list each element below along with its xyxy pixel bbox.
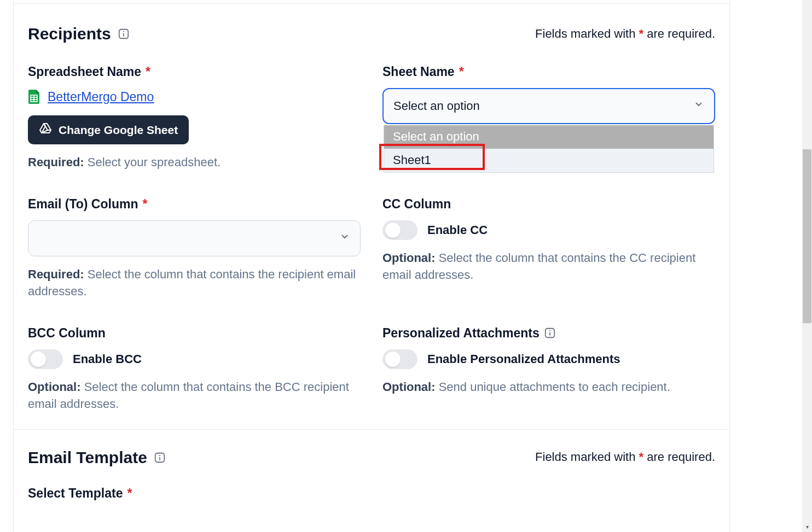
- change-google-sheet-button[interactable]: Change Google Sheet: [28, 115, 189, 144]
- asterisk-icon: *: [146, 63, 150, 80]
- bcc-column-label: BCC Column: [28, 324, 106, 342]
- email-template-section: Email Template Fields marked with * are …: [14, 430, 729, 502]
- chevron-down-icon: [339, 230, 350, 247]
- form-panel: Recipients Fields marked with * are requ…: [13, 0, 730, 532]
- info-icon[interactable]: [118, 28, 130, 40]
- chevron-down-icon: [693, 98, 704, 115]
- cc-column-field: CC Column Enable CC Optional: Select the…: [382, 195, 715, 300]
- asterisk-icon: *: [459, 63, 464, 80]
- email-to-column-select[interactable]: [28, 220, 361, 256]
- asterisk-icon: *: [142, 195, 147, 213]
- sheet-name-field: Sheet Name * Select an option Select an …: [382, 63, 715, 171]
- asterisk-icon: *: [127, 484, 132, 502]
- sheet-name-option-placeholder[interactable]: Select an option: [384, 125, 714, 149]
- sheet-name-label: Sheet Name: [382, 63, 455, 80]
- sheet-name-dropdown: Select an option Sheet1: [384, 125, 714, 173]
- enable-bcc-toggle[interactable]: [28, 349, 63, 369]
- spreadsheet-helper: Required: Select your spreadsheet.: [28, 154, 361, 171]
- scrollbar-thumb[interactable]: [803, 149, 811, 323]
- enable-personalized-attachments-toggle[interactable]: [382, 349, 417, 369]
- sheet-name-select[interactable]: Select an option Select an option Sheet1: [382, 88, 715, 124]
- sheet-name-option-sheet1[interactable]: Sheet1: [384, 149, 714, 172]
- google-sheets-icon: [28, 89, 41, 105]
- info-icon[interactable]: [154, 452, 166, 464]
- required-note: Fields marked with * are required.: [535, 449, 715, 466]
- change-sheet-label: Change Google Sheet: [59, 124, 178, 137]
- bcc-column-field: BCC Column Enable BCC Optional: Select t…: [28, 324, 361, 413]
- enable-cc-label: Enable CC: [427, 222, 488, 239]
- email-to-column-field: Email (To) Column * Required: Select the…: [28, 195, 361, 300]
- attachments-helper: Optional: Send unique attachments to eac…: [382, 379, 715, 396]
- select-template-field: Select Template *: [28, 484, 715, 502]
- asterisk-icon: *: [639, 450, 644, 464]
- cc-column-label: CC Column: [382, 195, 451, 213]
- asterisk-icon: *: [639, 27, 644, 40]
- svg-point-9: [549, 330, 550, 331]
- spreadsheet-name-field: Spreadsheet Name *: [28, 63, 361, 171]
- svg-point-2: [123, 31, 124, 32]
- enable-bcc-label: Enable BCC: [73, 351, 142, 368]
- scrollbar-track[interactable]: ▾: [802, 0, 812, 532]
- email-template-title-text: Email Template: [28, 446, 147, 469]
- email-to-column-label: Email (To) Column: [28, 195, 138, 213]
- google-drive-icon: [39, 122, 52, 138]
- spreadsheet-link[interactable]: BetterMergo Demo: [48, 88, 154, 106]
- svg-point-12: [159, 455, 160, 456]
- scroll-down-button[interactable]: ▾: [803, 523, 811, 532]
- info-icon[interactable]: [544, 327, 556, 339]
- email-to-helper: Required: Select the column that contain…: [28, 266, 361, 300]
- enable-personalized-attachments-label: Enable Personalized Attachments: [427, 351, 620, 368]
- enable-cc-toggle[interactable]: [382, 220, 417, 240]
- required-note: Fields marked with * are required.: [535, 26, 715, 43]
- spreadsheet-name-label: Spreadsheet Name: [28, 63, 141, 80]
- select-template-label: Select Template: [28, 484, 123, 502]
- cc-helper: Optional: Select the column that contain…: [382, 250, 715, 284]
- recipients-title: Recipients: [28, 22, 130, 45]
- personalized-attachments-label: Personalized Attachments: [382, 324, 540, 342]
- recipients-title-text: Recipients: [28, 22, 111, 45]
- email-template-title: Email Template: [28, 446, 166, 469]
- sheet-name-selected-value: Select an option: [393, 98, 480, 115]
- recipients-section: Recipients Fields marked with * are requ…: [14, 4, 729, 429]
- bcc-helper: Optional: Select the column that contain…: [28, 379, 361, 413]
- personalized-attachments-field: Personalized Attachments Enable Personal…: [382, 324, 715, 413]
